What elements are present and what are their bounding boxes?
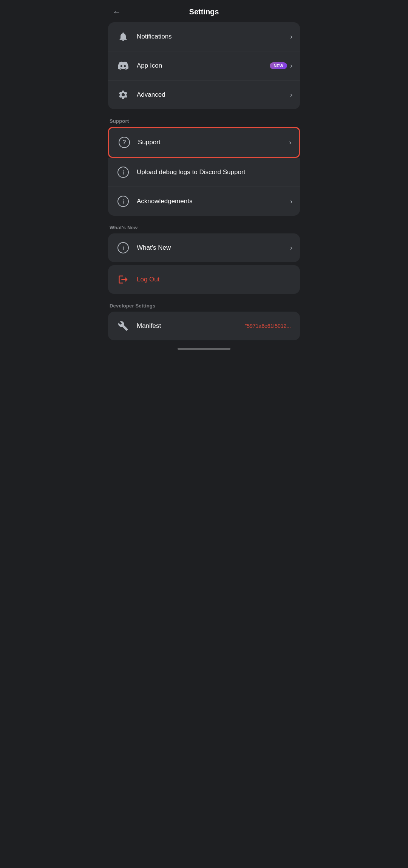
gear-icon (116, 87, 131, 102)
support-sub-card: i Upload debug logs to Discord Support i… (108, 158, 300, 216)
upload-debug-logs-item[interactable]: i Upload debug logs to Discord Support (108, 158, 300, 187)
acknowledgements-label: Acknowledgements (137, 198, 192, 205)
logout-card: Log Out (108, 265, 300, 294)
home-indicator (178, 348, 230, 350)
logout-icon (116, 272, 131, 287)
upload-debug-logs-label: Upload debug logs to Discord Support (137, 168, 245, 176)
developer-section-label: Developer Settings (102, 297, 306, 312)
manifest-label: Manifest (137, 322, 161, 329)
support-card-highlighted: ? Support › (108, 127, 300, 158)
header: ← Settings (102, 0, 306, 22)
advanced-chevron: › (290, 91, 292, 99)
advanced-right: › (290, 91, 292, 99)
app-icon-item[interactable]: App Icon NEW › (108, 51, 300, 80)
manifest-label-container: Manifest (137, 322, 245, 330)
logout-label: Log Out (137, 276, 160, 283)
whats-new-item[interactable]: i What's New › (108, 233, 300, 262)
whats-new-label-container: What's New (137, 244, 290, 252)
app-icon-label: App Icon (137, 62, 162, 69)
app-icon-right: NEW › (270, 62, 292, 70)
support-label: Support (138, 139, 161, 146)
app-icon-label-container: App Icon (137, 62, 270, 70)
wrench-icon (116, 318, 131, 334)
support-item[interactable]: ? Support › (109, 128, 299, 157)
acknowledgements-right: › (290, 198, 292, 205)
new-badge: NEW (270, 62, 287, 69)
logout-item[interactable]: Log Out (108, 265, 300, 294)
acknowledgements-label-container: Acknowledgements (137, 198, 290, 205)
whats-new-chevron: › (290, 244, 292, 252)
info-icon-upload: i (116, 165, 131, 180)
whats-new-card: i What's New › (108, 233, 300, 262)
whats-new-section-label: What's New (102, 219, 306, 233)
notifications-label: Notifications (137, 33, 172, 40)
discord-icon (116, 58, 131, 73)
acknowledgements-chevron: › (290, 198, 292, 205)
notifications-item[interactable]: Notifications › (108, 22, 300, 51)
app-icon-chevron: › (290, 62, 292, 70)
manifest-right: "5971a6e61f5012... (245, 323, 292, 329)
page-title: Settings (189, 8, 219, 16)
back-button[interactable]: ← (110, 6, 124, 19)
developer-card: Manifest "5971a6e61f5012... (108, 312, 300, 340)
whats-new-right: › (290, 244, 292, 252)
acknowledgements-item[interactable]: i Acknowledgements › (108, 187, 300, 216)
top-settings-card: Notifications › App Icon NEW › Advanced (108, 22, 300, 109)
manifest-item[interactable]: Manifest "5971a6e61f5012... (108, 312, 300, 340)
support-label-container: Support (138, 139, 289, 146)
info-icon-whats-new: i (116, 240, 131, 255)
advanced-label: Advanced (137, 91, 165, 98)
advanced-item[interactable]: Advanced › (108, 80, 300, 109)
notifications-right: › (290, 33, 292, 41)
whats-new-label: What's New (137, 244, 171, 251)
manifest-value: "5971a6e61f5012... (245, 323, 291, 329)
upload-debug-logs-label-container: Upload debug logs to Discord Support (137, 168, 292, 176)
support-section-label: Support (102, 112, 306, 127)
advanced-label-container: Advanced (137, 91, 290, 99)
support-question-icon: ? (117, 135, 132, 150)
support-chevron: › (289, 139, 291, 147)
notifications-label-container: Notifications (137, 33, 290, 40)
info-icon-ack: i (116, 194, 131, 209)
support-right: › (289, 139, 291, 147)
bell-icon (116, 29, 131, 44)
logout-label-container: Log Out (137, 276, 292, 283)
notifications-chevron: › (290, 33, 292, 41)
